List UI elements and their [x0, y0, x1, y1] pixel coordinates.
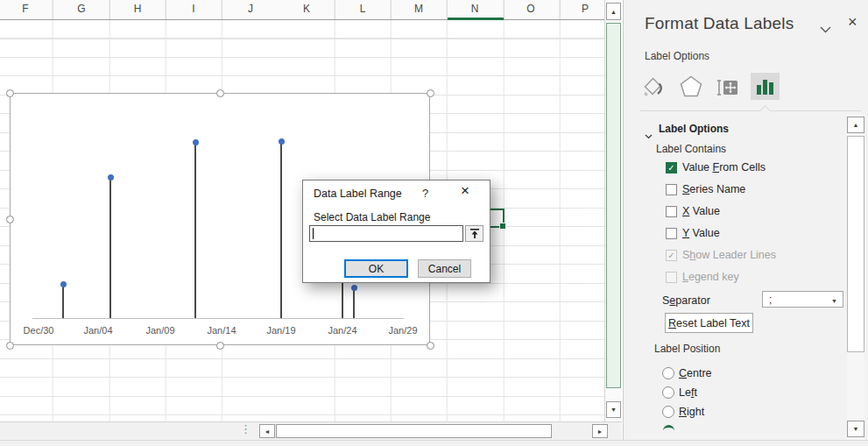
x-axis-label: Jan/09 [145, 325, 174, 336]
vertical-scroll-thumb[interactable] [606, 23, 621, 388]
fill-line-icon[interactable] [642, 74, 665, 102]
column-header-G[interactable]: G [77, 3, 85, 15]
scroll-right-button[interactable]: ► [592, 424, 608, 438]
cancel-button[interactable]: Cancel [418, 259, 471, 278]
column-header-O[interactable]: O [526, 3, 534, 15]
pane-scroll-thumb[interactable] [847, 136, 864, 352]
x-axis-label: Jan/29 [388, 325, 417, 336]
column-header-H[interactable]: H [134, 3, 142, 15]
x-axis-label: Jan/14 [207, 325, 236, 336]
radio-label: Left [679, 386, 697, 399]
label-options-chart-icon[interactable] [751, 73, 780, 100]
right-arrow-icon: ► [597, 428, 603, 435]
checkbox-value-from-cells[interactable]: ✓Value From Cells [666, 160, 766, 174]
checkbox-series-name[interactable]: Series Name [666, 182, 745, 196]
scroll-up-button[interactable]: ▲ [606, 3, 621, 20]
data-point-marker[interactable] [193, 139, 199, 145]
checkbox-label: Y Value [682, 227, 720, 239]
checkbox-box: ✓ [666, 250, 677, 261]
chart-resize-handle[interactable] [427, 89, 434, 97]
chart-resize-handle[interactable] [427, 342, 434, 350]
data-point-marker[interactable] [279, 138, 285, 145]
x-axis-line [32, 318, 404, 319]
checkbox-x-value[interactable]: X Value [666, 204, 720, 218]
horizontal-scroll-thumb[interactable] [276, 424, 552, 438]
status-bar-strip [0, 440, 868, 446]
data-point-marker[interactable] [351, 285, 357, 291]
x-axis-label: Dec/30 [24, 325, 54, 336]
label-position-header: Label Position [654, 343, 720, 355]
separator-value: ; [769, 294, 772, 306]
checkbox-box [666, 228, 677, 239]
column-header-N[interactable]: N [471, 3, 479, 15]
radio-label: Centre [679, 367, 712, 379]
data-point-marker[interactable] [60, 281, 67, 287]
collapse-dialog-button[interactable] [465, 225, 483, 242]
pane-title: Format Data Labels [645, 14, 794, 33]
scroll-left-button[interactable]: ◄ [259, 424, 275, 438]
left-arrow-icon: ◄ [265, 428, 271, 435]
column-header-F[interactable]: F [22, 3, 28, 15]
chart-resize-handle[interactable] [216, 342, 224, 350]
fill-handle[interactable] [499, 223, 506, 230]
chevron-down-icon[interactable] [645, 127, 653, 143]
radio-circle [662, 367, 674, 379]
column-headers: FGHIJKLMNOP [0, 0, 604, 20]
vertical-scrollbar[interactable]: ▲ ▼ [604, 0, 622, 421]
up-arrow-icon: ▲ [610, 9, 617, 15]
pane-scroll-up-button[interactable]: ▲ [847, 117, 864, 133]
separator-label: Separator [662, 294, 710, 307]
close-icon[interactable]: × [848, 13, 857, 32]
checkbox-label: Value From Cells [682, 161, 766, 173]
text-caret [313, 228, 314, 239]
data-point-stem [194, 142, 196, 318]
chevron-down-icon[interactable] [820, 21, 831, 37]
checkbox-y-value[interactable]: Y Value [666, 226, 720, 240]
data-point-stem [109, 177, 111, 318]
pane-scroll-down-button[interactable]: ▼ [847, 421, 864, 437]
chart-resize-handle[interactable] [6, 342, 14, 350]
dropdown-caret-icon: ▼ [831, 298, 837, 304]
column-header-M[interactable]: M [414, 3, 423, 15]
checkbox-box [666, 206, 677, 217]
radio-left[interactable]: Left [662, 386, 697, 400]
range-input[interactable] [309, 225, 463, 242]
radio-circle [662, 406, 674, 418]
radio-right[interactable]: Right [662, 405, 704, 419]
help-icon[interactable]: ? [422, 187, 428, 200]
column-header-K[interactable]: K [303, 3, 310, 15]
selected-tab-notch [759, 105, 771, 117]
chart-bars-icon [756, 78, 775, 96]
close-icon[interactable]: × [461, 182, 469, 200]
scrollbar-splitter-grip[interactable]: ⋮ [240, 422, 251, 435]
section-header-label-options[interactable]: Label Options [659, 123, 729, 135]
column-header-I[interactable]: I [192, 3, 194, 15]
chart-resize-handle[interactable] [6, 216, 14, 223]
format-data-labels-pane: Format Data Labels × Label Options [623, 0, 868, 446]
down-arrow-icon: ▼ [853, 426, 859, 432]
chart-resize-handle[interactable] [216, 89, 224, 97]
column-header-L[interactable]: L [360, 3, 366, 15]
ok-button[interactable]: OK [344, 259, 408, 278]
data-point-stem [62, 284, 64, 318]
pane-tab-label: Label Options [645, 50, 709, 62]
partially-visible-selected-radio[interactable] [663, 425, 674, 433]
checkbox-label: Legend key [682, 271, 739, 283]
scroll-down-button[interactable]: ▼ [606, 401, 621, 418]
column-header-J[interactable]: J [248, 3, 253, 15]
dialog-title: Data Label Range [314, 188, 402, 200]
checkbox-label: X Value [682, 205, 720, 217]
effects-icon[interactable] [680, 74, 702, 102]
column-header-P[interactable]: P [582, 3, 589, 15]
chart-resize-handle[interactable] [6, 89, 14, 97]
horizontal-scrollbar[interactable]: ⋮ ◄ ► [0, 421, 622, 440]
data-point-stem [353, 287, 355, 318]
separator-dropdown[interactable]: ; ▼ [762, 291, 843, 308]
x-axis-label: Jan/04 [83, 325, 112, 336]
checkbox-box [666, 184, 677, 195]
size-properties-icon[interactable] [716, 74, 739, 102]
radio-centre[interactable]: Centre [662, 366, 712, 380]
checkbox-box: ✓ [666, 162, 677, 173]
reset-label-text-button[interactable]: Reset Label Text [665, 313, 753, 333]
data-point-marker[interactable] [108, 174, 114, 181]
